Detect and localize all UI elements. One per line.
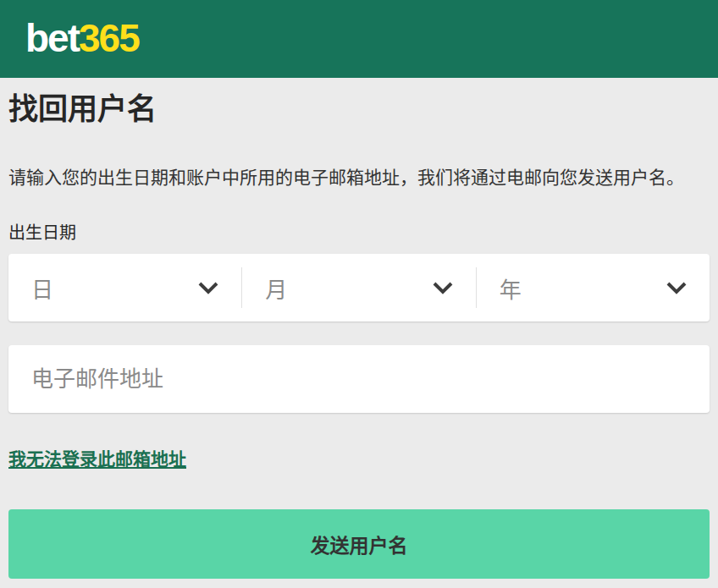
chevron-down-icon (433, 282, 453, 294)
recover-username-page: 找回用户名 请输入您的出生日期和账户中所用的电子邮箱地址，我们将通过电邮向您发送… (0, 91, 718, 579)
day-select[interactable]: 日 (8, 254, 241, 321)
dob-label: 出生日期 (8, 223, 710, 243)
month-select[interactable]: 月 (242, 254, 475, 321)
cant-access-email-link[interactable]: 我无法登录此邮箱地址 (8, 448, 186, 470)
chevron-down-icon (198, 282, 218, 294)
year-select-placeholder: 年 (500, 272, 522, 304)
bet365-logo[interactable]: bet365 (25, 19, 139, 59)
app-header: bet365 (0, 0, 718, 78)
instruction-text: 请输入您的出生日期和账户中所用的电子邮箱地址，我们将通过电邮向您发送用户名。 (8, 167, 710, 189)
email-input[interactable] (8, 345, 710, 413)
send-username-button[interactable]: 发送用户名 (8, 509, 710, 579)
page-title: 找回用户名 (8, 91, 710, 127)
dob-select-row: 日 月 年 (8, 254, 710, 321)
year-select[interactable]: 年 (477, 254, 710, 321)
chevron-down-icon (666, 282, 687, 294)
day-select-placeholder: 日 (31, 272, 53, 304)
logo-text-365: 365 (79, 16, 139, 60)
month-select-placeholder: 月 (265, 272, 287, 304)
logo-text-bet: bet (25, 16, 79, 60)
